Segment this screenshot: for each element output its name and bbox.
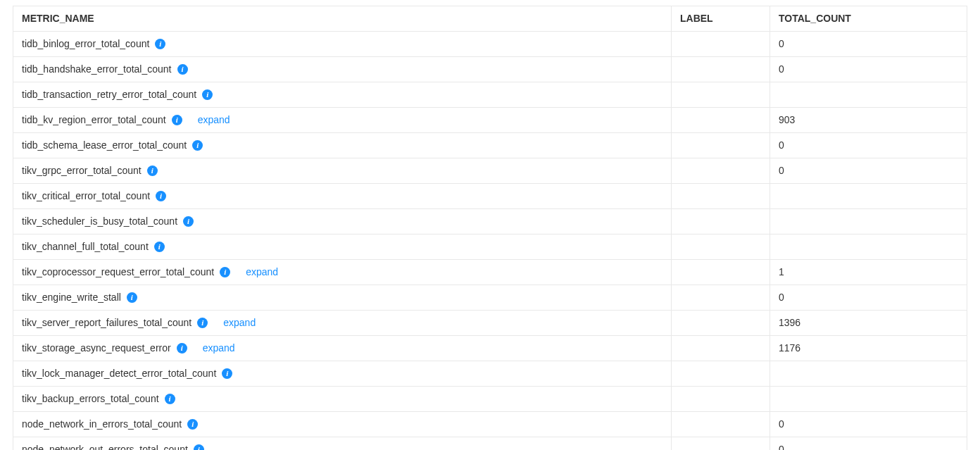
table-row: tidb_kv_region_error_total_countexpand90… <box>13 108 967 133</box>
metric-name-text: tikv_storage_async_request_error <box>22 341 171 356</box>
label-cell <box>672 235 770 260</box>
info-icon[interactable] <box>202 89 213 100</box>
table-row: tidb_handshake_error_total_count0 <box>13 57 967 82</box>
metric-name-text: tikv_critical_error_total_count <box>22 189 150 204</box>
info-icon[interactable] <box>187 419 198 430</box>
metric-name-text: tikv_coprocessor_request_error_total_cou… <box>22 265 214 280</box>
metric-name-cell: tikv_critical_error_total_count <box>13 184 672 209</box>
metric-name-cell: tikv_server_report_failures_total_counte… <box>13 311 672 336</box>
metric-name-text: tikv_scheduler_is_busy_total_count <box>22 214 177 229</box>
table-row: tidb_schema_lease_error_total_count0 <box>13 133 967 158</box>
table-row: tikv_engine_write_stall0 <box>13 285 967 311</box>
label-cell <box>672 57 770 82</box>
metric-name-cell: tikv_lock_manager_detect_error_total_cou… <box>13 361 672 387</box>
metric-name-cell: tikv_channel_full_total_count <box>13 235 672 260</box>
total-count-cell: 0 <box>770 133 967 158</box>
metric-name-text: tikv_engine_write_stall <box>22 290 121 305</box>
metric-name-cell: tidb_kv_region_error_total_countexpand <box>13 108 672 133</box>
table-row: node_network_out_errors_total_count0 <box>13 437 967 451</box>
total-count-cell <box>770 235 967 260</box>
metric-name-cell: tikv_storage_async_request_errorexpand <box>13 336 672 361</box>
metric-name-cell: tikv_grpc_error_total_count <box>13 158 672 184</box>
info-icon[interactable] <box>220 267 230 277</box>
metric-name-cell: tikv_coprocessor_request_error_total_cou… <box>13 260 672 285</box>
info-icon[interactable] <box>183 216 194 227</box>
info-icon[interactable] <box>155 39 165 49</box>
expand-link[interactable]: expand <box>203 341 235 356</box>
total-count-cell: 0 <box>770 57 967 82</box>
info-icon[interactable] <box>194 444 204 450</box>
info-icon[interactable] <box>192 140 203 151</box>
metric-name-text: tikv_grpc_error_total_count <box>22 163 142 178</box>
column-header-label: LABEL <box>672 6 770 32</box>
table-row: tidb_binlog_error_total_count0 <box>13 32 967 57</box>
metric-name-cell: tidb_handshake_error_total_count <box>13 57 672 82</box>
info-icon[interactable] <box>177 64 188 75</box>
metric-name-text: tidb_handshake_error_total_count <box>22 62 172 77</box>
info-icon[interactable] <box>127 292 137 303</box>
label-cell <box>672 158 770 184</box>
info-icon[interactable] <box>147 165 158 176</box>
expand-link[interactable]: expand <box>198 113 230 127</box>
total-count-cell <box>770 184 967 209</box>
info-icon[interactable] <box>177 343 187 354</box>
label-cell <box>672 285 770 311</box>
info-icon[interactable] <box>154 242 165 252</box>
metric-name-text: tikv_backup_errors_total_count <box>22 392 159 406</box>
table-row: tikv_server_report_failures_total_counte… <box>13 311 967 336</box>
total-count-cell: 0 <box>770 158 967 184</box>
total-count-cell: 0 <box>770 285 967 311</box>
label-cell <box>672 311 770 336</box>
info-icon[interactable] <box>197 318 208 328</box>
total-count-cell: 1396 <box>770 311 967 336</box>
metric-name-cell: tidb_transaction_retry_error_total_count <box>13 82 672 108</box>
label-cell <box>672 437 770 451</box>
metric-name-text: tikv_channel_full_total_count <box>22 239 149 254</box>
table-row: tikv_coprocessor_request_error_total_cou… <box>13 260 967 285</box>
metric-name-cell: tidb_schema_lease_error_total_count <box>13 133 672 158</box>
metric-name-text: tidb_transaction_retry_error_total_count <box>22 87 196 102</box>
total-count-cell: 903 <box>770 108 967 133</box>
info-icon[interactable] <box>165 394 175 404</box>
table-row: tikv_scheduler_is_busy_total_count <box>13 209 967 235</box>
total-count-cell <box>770 361 967 387</box>
label-cell <box>672 412 770 437</box>
metrics-table: METRIC_NAME LABEL TOTAL_COUNT tidb_binlo… <box>13 6 967 450</box>
table-row: tikv_lock_manager_detect_error_total_cou… <box>13 361 967 387</box>
table-row: tikv_backup_errors_total_count <box>13 387 967 412</box>
metric-name-cell: tikv_backup_errors_total_count <box>13 387 672 412</box>
total-count-cell: 1176 <box>770 336 967 361</box>
metric-name-text: tidb_binlog_error_total_count <box>22 37 149 51</box>
metric-name-cell: tikv_engine_write_stall <box>13 285 672 311</box>
label-cell <box>672 209 770 235</box>
label-cell <box>672 387 770 412</box>
metric-name-cell: tikv_scheduler_is_busy_total_count <box>13 209 672 235</box>
table-row: tikv_storage_async_request_errorexpand11… <box>13 336 967 361</box>
metric-name-text: tidb_schema_lease_error_total_count <box>22 138 187 153</box>
table-row: node_network_in_errors_total_count0 <box>13 412 967 437</box>
metric-name-text: tikv_server_report_failures_total_count <box>22 315 191 330</box>
total-count-cell: 0 <box>770 32 967 57</box>
label-cell <box>672 108 770 133</box>
table-row: tikv_grpc_error_total_count0 <box>13 158 967 184</box>
info-icon[interactable] <box>222 368 232 379</box>
expand-link[interactable]: expand <box>246 265 278 280</box>
info-icon[interactable] <box>172 115 182 125</box>
table-row: tidb_transaction_retry_error_total_count <box>13 82 967 108</box>
metric-name-text: tikv_lock_manager_detect_error_total_cou… <box>22 366 216 381</box>
info-icon[interactable] <box>156 191 166 201</box>
label-cell <box>672 32 770 57</box>
total-count-cell: 1 <box>770 260 967 285</box>
table-header-row: METRIC_NAME LABEL TOTAL_COUNT <box>13 6 967 32</box>
metric-name-cell: node_network_in_errors_total_count <box>13 412 672 437</box>
metric-name-text: node_network_out_errors_total_count <box>22 442 188 450</box>
label-cell <box>672 260 770 285</box>
metric-name-cell: tidb_binlog_error_total_count <box>13 32 672 57</box>
total-count-cell <box>770 387 967 412</box>
expand-link[interactable]: expand <box>223 315 256 330</box>
column-header-total-count: TOTAL_COUNT <box>770 6 967 32</box>
label-cell <box>672 336 770 361</box>
label-cell <box>672 133 770 158</box>
total-count-cell: 0 <box>770 412 967 437</box>
total-count-cell <box>770 209 967 235</box>
